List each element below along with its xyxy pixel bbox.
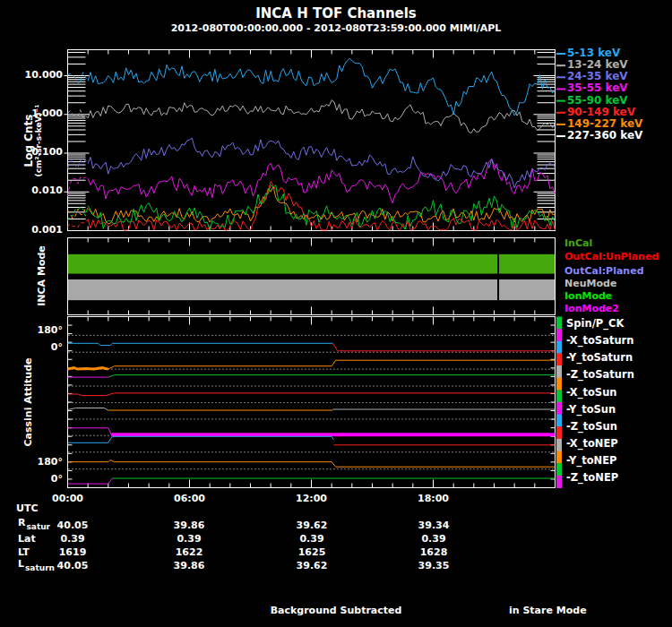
attitude-track xyxy=(68,428,112,435)
attitude-colorbar-segment xyxy=(556,390,562,402)
mode-bar-1 xyxy=(68,279,555,300)
footer-background-subtracted: Background Subtracted xyxy=(271,606,402,616)
ytick-label: 0.010 xyxy=(0,185,63,196)
utc-tick-label: 18:00 xyxy=(418,494,449,504)
table-row-label-subscript: saturn xyxy=(25,563,55,572)
attitude-track xyxy=(332,343,555,351)
attitude-legend-item: -X_toSaturn xyxy=(566,335,633,347)
table-cell: 39.62 xyxy=(297,561,328,571)
attitude-colorbar-segment xyxy=(556,451,562,464)
plot-subtitle: 2012-080T00:00:00.000 - 2012-080T23:59:0… xyxy=(171,23,502,34)
legend-item: 227-360 keV xyxy=(567,130,642,142)
page-title: INCA H TOF Channels xyxy=(255,6,417,21)
series-line-dashed xyxy=(68,206,89,221)
attitude-colorbar-segment xyxy=(556,476,562,488)
attitude-legend-item: -X_toNEP xyxy=(566,438,618,450)
table-cell: 39.34 xyxy=(418,520,450,531)
attitude-colorbar-segment xyxy=(556,353,562,365)
series-line xyxy=(88,100,555,133)
table-cell: 0.39 xyxy=(177,534,201,545)
mode-legend-item: IonMode2 xyxy=(564,304,619,314)
series-line xyxy=(88,185,555,230)
attitude-legend-item: -X_toSun xyxy=(566,387,617,399)
table-cell: 39.86 xyxy=(174,520,205,531)
attitude-colorbar-segment xyxy=(556,463,562,476)
utc-axis-label: UTC xyxy=(16,503,39,514)
attitude-track xyxy=(68,408,108,411)
panel-border-0 xyxy=(68,50,556,231)
attitude-colorbar-segment xyxy=(556,341,562,354)
ytick-label: 10.000 xyxy=(0,70,63,81)
mode-legend-item: IonMode xyxy=(564,291,612,302)
series-line-dashed xyxy=(68,209,89,219)
table-cell: 0.39 xyxy=(421,534,445,545)
table-cell: 1622 xyxy=(176,547,203,558)
ytick-label: 0.001 xyxy=(0,225,63,236)
attitude-ytick-label: 0° xyxy=(0,342,63,353)
series-line xyxy=(88,182,555,230)
series-line-dashed xyxy=(68,159,89,167)
series-line xyxy=(88,58,555,115)
attitude-legend-item: -Y_toNEP xyxy=(566,455,616,467)
attitude-colorbar-segment xyxy=(556,378,562,391)
attitude-ytick-label: 180° xyxy=(0,457,63,468)
tof-y-axis-title: Log Cnts(cm²-sr-s-keV)⁻¹ xyxy=(23,105,44,177)
utc-tick-label: 12:00 xyxy=(296,494,327,504)
table-cell: 0.39 xyxy=(299,534,323,545)
table-cell: 40.05 xyxy=(57,520,89,531)
mode-bar-0 xyxy=(68,254,555,274)
mode-legend-item: OutCal:UnPlaned xyxy=(564,252,659,262)
attitude-legend-item: Spin/P_CK xyxy=(566,318,624,330)
table-row-label: LT xyxy=(18,547,30,558)
attitude-panel-title: Cassini Attitude xyxy=(23,357,34,446)
attitude-track xyxy=(68,436,334,442)
legend-item: 35-55 keV xyxy=(567,82,628,94)
attitude-track xyxy=(68,368,108,370)
mode-legend-item: NeuMode xyxy=(564,279,616,289)
attitude-colorbar-segment xyxy=(556,426,562,439)
attitude-track xyxy=(108,375,556,378)
mode-panel-title: INCA Mode xyxy=(37,245,47,306)
mode-legend-item: InCal xyxy=(564,238,592,249)
table-cell: 1625 xyxy=(298,547,326,558)
attitude-track xyxy=(68,343,333,345)
attitude-track xyxy=(108,360,556,369)
attitude-track xyxy=(68,393,556,396)
attitude-track xyxy=(68,460,556,468)
attitude-colorbar-segment xyxy=(556,439,562,451)
table-cell: 1619 xyxy=(59,547,87,558)
footer-stare-mode: in Stare Mode xyxy=(509,606,587,616)
panel-border-1 xyxy=(68,238,556,315)
attitude-colorbar-segment xyxy=(556,329,562,341)
table-cell: 40.05 xyxy=(57,561,89,571)
attitude-legend-item: -Z_toSun xyxy=(566,421,617,433)
table-cell: 39.62 xyxy=(297,520,328,531)
attitude-ytick-label: 180° xyxy=(0,325,63,336)
inca-tof-plot-window: INCA H TOF Channels 2012-080T00:00:00.00… xyxy=(0,0,672,627)
table-row-label: Rsatur xyxy=(18,518,49,528)
y-axis-units-text: (cm²-sr-s-keV)⁻¹ xyxy=(36,105,45,177)
series-line-dashed xyxy=(68,219,89,228)
table-row-label-subscript: satur xyxy=(26,522,50,531)
table-row-label: Lsaturn xyxy=(18,559,54,570)
table-cell: 39.86 xyxy=(174,561,205,571)
attitude-colorbar-segment xyxy=(556,317,562,330)
mode-legend-item: OutCal:Planed xyxy=(564,266,644,277)
series-line-dashed xyxy=(68,110,89,118)
attitude-legend-item: -Y_toSaturn xyxy=(566,352,633,364)
utc-tick-label: 00:00 xyxy=(52,494,83,504)
table-cell: 1628 xyxy=(420,547,448,558)
attitude-legend-item: -Y_toSun xyxy=(566,404,616,416)
attitude-legend-item: -Z_toSaturn xyxy=(566,369,634,381)
utc-tick-label: 06:00 xyxy=(174,494,205,504)
table-cell: 0.39 xyxy=(60,534,84,545)
attitude-ytick-label: 0° xyxy=(0,474,63,485)
series-line xyxy=(88,138,555,187)
attitude-colorbar-segment xyxy=(556,402,562,415)
legend-item: 90-149 keV xyxy=(567,107,635,118)
attitude-track xyxy=(68,478,113,484)
table-row-label: Lat xyxy=(18,534,36,545)
table-cell: 39.35 xyxy=(418,561,450,571)
attitude-colorbar-segment xyxy=(556,415,562,427)
attitude-legend-item: -Z_toNEP xyxy=(566,472,618,484)
